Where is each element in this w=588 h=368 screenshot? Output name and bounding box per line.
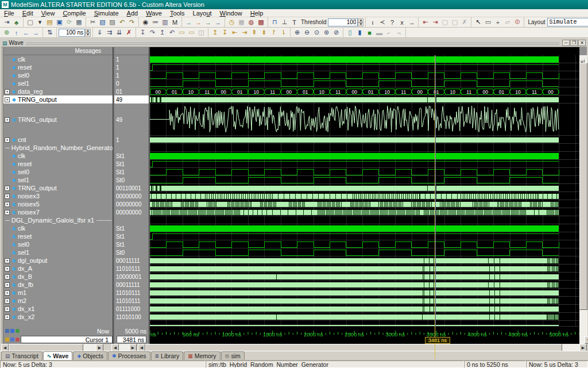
page-prev-icon[interactable]: ▢ [440,18,450,27]
values-column-header[interactable] [114,47,149,55]
run-continue-icon[interactable]: ⇉ [105,28,114,37]
new-file-icon[interactable]: ▢ [25,18,35,27]
signal-value-dx_x2[interactable]: 11010100 [114,313,149,321]
signal-value-dx_B[interactable]: 10000001 [114,273,149,281]
zoom-full-icon[interactable]: ⊙ [312,28,322,37]
page-next-icon[interactable]: ▢ [450,18,459,27]
signal-name-noisex3[interactable]: +◆noisex3 [3,192,113,200]
forward-icon[interactable]: → [31,28,41,37]
zoom-range-icon[interactable]: ⊘ [331,28,341,37]
signal-value-reset[interactable]: 1 [114,63,149,71]
break-run-icon[interactable]: ✗ [124,28,134,37]
next-transition-icon[interactable]: → [407,18,416,27]
select-mode-icon[interactable]: ↖ [473,18,483,27]
signal-name-TRNG_output[interactable]: +◆TRNG_output [3,103,113,136]
reload-icon[interactable]: ⟳ [64,18,74,27]
step-out-icon[interactable]: ↥ [157,28,167,37]
expander-plus-icon[interactable]: + [5,210,10,215]
pan-mode-icon[interactable]: + [493,18,502,27]
signal-name-sel1[interactable]: ◆sel1 [3,176,113,184]
signal-value-dx_x1[interactable]: 01111000 [114,305,149,313]
find-icon[interactable]: ◉ [141,18,150,27]
menu-simulate[interactable]: Simulate [90,9,123,17]
paste-icon[interactable]: ▨ [107,18,117,27]
unknown-icon[interactable]: ? [387,18,397,27]
signal-value-sel0[interactable]: 1 [114,71,149,79]
signal-name-m2[interactable]: +◆m2 [3,297,113,305]
zoom-mode-icon[interactable]: ▭ [483,18,493,27]
signal-name-clk[interactable]: ◆clk [3,152,113,160]
signal-name-m1[interactable]: +◆m1 [3,289,113,297]
signal-names-pane[interactable]: ◆clk◆reset◆sel0◆sel1+◆data_reg+◆TRNG_out… [3,55,113,327]
dock-toggle-icon[interactable]: ⇥ [2,18,11,27]
redo-icon[interactable]: ↷ [127,18,137,27]
cursor-lock-icon[interactable] [5,338,9,342]
cut-icon[interactable]: ✂ [88,18,98,27]
signal-value-sel1[interactable]: 0 [114,79,149,87]
signal-value-reset[interactable]: St1 [114,232,149,240]
signal-group-divider[interactable]: ─DGL_Dynamic_Galois_lfsr x1 [3,216,113,224]
wave-pane-drag-area[interactable] [26,41,559,45]
undo-icon[interactable]: ↶ [117,18,127,27]
signal-value-sel1[interactable]: St0 [114,176,149,184]
signal-value-Hybrid_Random_Number_Generator[interactable] [114,144,149,152]
signal-name-dx_B[interactable]: +◆dx_B [3,273,113,281]
menu-wave[interactable]: Wave [142,9,166,17]
break-icon[interactable]: ◍ [246,18,256,27]
prev-edge-x-icon[interactable]: ⇤ [420,18,430,27]
run-length-icon[interactable]: ⇅ [45,28,55,37]
menu-layout[interactable]: Layout [189,9,216,17]
signal-name-sel1[interactable]: ◆sel1 [3,79,113,87]
stoplight-icon[interactable]: ⦶ [512,18,522,27]
cursor-tool-icon[interactable] [5,329,9,333]
pause-icon[interactable]: ◫ [196,28,206,37]
zoom-out-icon[interactable]: ⊖ [302,28,312,37]
compile-icon[interactable]: → [184,18,194,27]
signal-name-noisex7[interactable]: +◆noisex7 [3,208,113,216]
spin-down-icon[interactable]: ▼ [85,33,91,37]
simulate-icon[interactable]: → [203,18,213,27]
spin-down-icon[interactable]: ▼ [358,22,363,26]
signal-value-m2[interactable]: 11010111 [114,297,149,305]
grid-toggle-icon[interactable]: ▬ [374,28,384,37]
back-icon[interactable]: ← [21,28,31,37]
signal-name-sel0[interactable]: ◆sel0 [3,168,113,176]
menu-file[interactable]: File [0,9,18,17]
expander-plus-icon[interactable]: + [5,274,10,279]
menu-edit[interactable]: Edit [18,9,37,17]
spin-up-icon[interactable]: ▲ [358,18,363,22]
prev-transition-icon[interactable]: ≺ [377,18,387,27]
cursor-name-field[interactable]: Cursor 1 [21,336,113,343]
timeline-ruler[interactable]: ns500 ns1000 ns1500 ns2000 ns2500 ns3000… [150,327,579,344]
wave-cursor-mode-icon[interactable]: ⊓ [270,18,280,27]
expander-plus-icon[interactable]: + [5,202,10,207]
cursor-time-field[interactable]: 3481 ns [117,336,146,343]
x-value-icon[interactable]: x [397,18,407,27]
expander-plus-icon[interactable]: + [5,315,10,320]
signal-value-partial[interactable] [114,321,149,327]
signal-value-sel0[interactable]: St1 [114,168,149,176]
new-caret-down-icon[interactable]: ▾ [35,18,45,27]
cursor-green-icon[interactable]: ■ [365,28,374,37]
signal-value-sel1[interactable]: St0 [114,248,149,256]
run-length-input[interactable] [59,29,85,37]
signal-value-dx_A[interactable]: 11010111 [114,264,149,273]
lock-tool-icon[interactable] [10,329,14,333]
signal-value-TRNG_output[interactable]: 49 [114,95,149,103]
expander-plus-icon[interactable]: + [5,97,10,102]
signal-name-dx_x1[interactable]: +◆dx_x1 [3,305,113,313]
tab-sim[interactable]: ◎sim [221,351,245,360]
now-row-icons[interactable] [5,329,20,333]
marker-tool-icon[interactable] [16,329,20,333]
step-icon[interactable]: ↧ [138,28,148,37]
zoom-in-icon[interactable]: ⊕ [292,28,302,37]
signal-group-divider[interactable]: ─Hybrid_Random_Number_Generator [3,144,113,152]
edge-up-icon[interactable]: ↾ [269,28,278,37]
edge-down-icon[interactable]: ⇂ [278,28,288,37]
minimize-icon[interactable]: ─ [562,40,570,46]
tab-transcript[interactable]: ▤Transcript [1,351,42,360]
restore-icon[interactable]: ❐ [570,40,578,46]
run-icon[interactable]: ⇓ [95,28,105,37]
cursor-edit-icon[interactable] [10,338,14,342]
tab-objects[interactable]: ◈Objects [73,351,107,360]
